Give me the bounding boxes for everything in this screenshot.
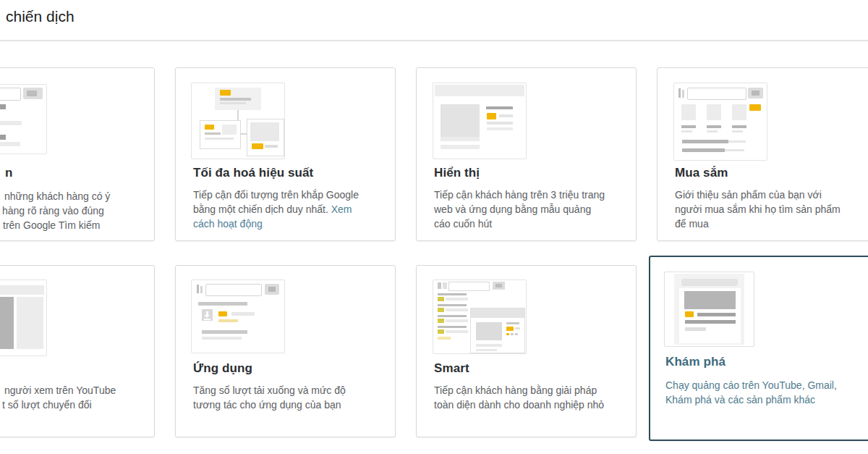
card-description: Giới thiệu sản phẩm của bạn với người mu… [675,188,848,231]
header-divider [0,40,868,41]
page-title: chiến dịch [6,8,75,25]
campaign-type-picker: chiến dịch n những khách hàng có ý hàng … [0,0,868,454]
card-description-line: những khách hàng có ý [4,190,110,202]
card-description-line: t số lượt chuyển đổi [2,399,92,411]
card-description-line: trên Google Tìm kiếm [3,219,100,231]
card-title: Khám phá [665,355,726,369]
card-description: Tiếp cận đối tượng trên khắp Google bằng… [193,188,367,231]
card-description: Tiếp cận khách hàng bằng giải pháp toàn … [434,383,608,412]
campaign-card-smart[interactable]: Smart Tiếp cận khách hàng bằng giải pháp… [416,265,637,437]
video-illustration [0,279,47,356]
card-description: Chạy quảng cáo trên YouTube, Gmail, Khám… [665,378,852,407]
card-title: Hiển thị [434,166,480,180]
card-description-line: người xem trên YouTube [4,384,116,396]
campaign-card-discovery[interactable]: Khám phá Chạy quảng cáo trên YouTube, Gm… [649,256,868,441]
shopping-illustration [673,83,767,161]
performance-max-illustration [191,83,285,159]
campaign-card-display[interactable]: Hiển thị Tiếp cận khách hàng trên 3 triệ… [416,67,637,241]
card-title-fragment: n [5,166,12,180]
app-illustration [191,279,285,353]
discovery-illustration [664,272,754,347]
card-description-line: hàng rõ ràng vào đúng [2,205,104,217]
campaign-card-search[interactable]: n những khách hàng có ý hàng rõ ràng vào… [0,67,155,241]
card-title: Ứng dụng [193,361,252,376]
card-description: Tăng số lượt tải xuống và mức độ tương t… [193,383,367,412]
card-title: Mua sắm [675,166,728,180]
card-title: Smart [434,361,469,376]
campaign-card-performance-max[interactable]: Tối đa hoá hiệu suất Tiếp cận đối tượng … [175,67,396,241]
search-campaign-illustration [0,84,47,154]
display-illustration [433,83,527,159]
card-description: Tiếp cận khách hàng trên 3 triệu trang w… [434,188,608,231]
campaign-card-shopping[interactable]: Mua sắm Giới thiệu sản phẩm của bạn với … [657,67,868,241]
campaign-card-app[interactable]: Ứng dụng Tăng số lượt tải xuống và mức đ… [175,265,396,437]
campaign-card-video[interactable]: người xem trên YouTube t số lượt chuyển … [0,265,155,437]
smart-illustration [433,279,527,354]
card-title: Tối đa hoá hiệu suất [193,166,313,180]
